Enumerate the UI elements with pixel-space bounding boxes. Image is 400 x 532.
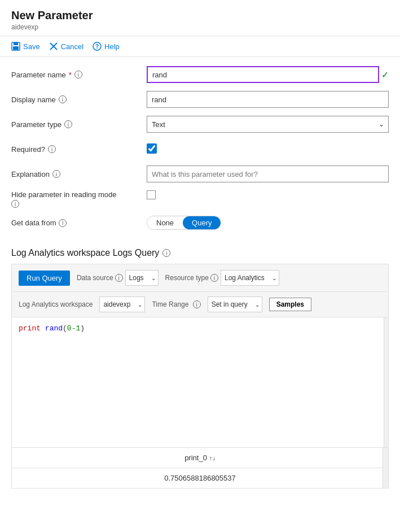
svg-rect-1 xyxy=(14,42,18,45)
results-section: print_0 ↑↓ 0.7506588186805537 xyxy=(12,447,388,488)
query-section-info-icon[interactable]: i xyxy=(162,249,170,257)
required-label: Required? i xyxy=(11,145,147,154)
help-icon: ? xyxy=(93,42,102,51)
required-star: * xyxy=(69,71,72,79)
data-source-info-icon[interactable]: i xyxy=(115,274,123,282)
explanation-row: Explanation i xyxy=(11,165,389,182)
results-value: 0.7506588186805537 xyxy=(12,468,388,488)
query-section-title: Log Analytics workspace Logs Query i xyxy=(0,248,400,258)
page-title: New Parameter xyxy=(11,9,389,22)
required-info-icon[interactable]: i xyxy=(48,145,56,153)
explanation-label: Explanation i xyxy=(11,170,147,178)
save-icon xyxy=(11,42,20,51)
hide-param-label: Hide parameter in reading mode xyxy=(11,190,147,199)
parameter-name-info-icon[interactable]: i xyxy=(74,71,82,79)
none-toggle-button[interactable]: None xyxy=(147,216,183,229)
time-range-info-icon[interactable]: i xyxy=(193,300,201,308)
query-container: Run Query Data source i Logs ⌄ Resource … xyxy=(11,264,389,489)
hide-param-checkbox[interactable] xyxy=(147,190,156,199)
page-subtitle: aidevexp xyxy=(11,23,389,31)
explanation-field-wrapper xyxy=(147,165,389,182)
code-line: print rand(0-1) xyxy=(19,324,381,333)
time-range-select-wrapper: Set in query ⌄ xyxy=(208,296,262,312)
data-source-select[interactable]: Logs xyxy=(125,270,159,286)
results-scrollbar[interactable] xyxy=(383,448,388,488)
resource-type-group: Resource type i Log Analytics ⌄ xyxy=(165,270,279,286)
hide-param-row: Hide parameter in reading mode i xyxy=(11,190,389,208)
samples-button[interactable]: Samples xyxy=(269,298,311,311)
required-checkbox-wrapper xyxy=(147,143,389,155)
cancel-button[interactable]: Cancel xyxy=(49,42,83,51)
resource-type-info-icon[interactable]: i xyxy=(210,274,218,282)
page-header: New Parameter aidevexp xyxy=(0,0,400,36)
get-data-info-icon[interactable]: i xyxy=(59,219,67,227)
code-function: rand xyxy=(45,324,63,333)
valid-checkmark-icon: ✓ xyxy=(381,69,389,80)
parameter-type-select-wrapper: Text ⌄ xyxy=(147,116,389,133)
required-row: Required? i xyxy=(11,141,389,158)
code-keyword: print xyxy=(19,324,41,333)
code-number: 0-1 xyxy=(67,324,80,333)
display-name-input[interactable] xyxy=(147,91,389,108)
workspace-select-wrapper: aidevexp ⌄ xyxy=(99,296,145,312)
parameter-form: Parameter name * i ✓ Display name i Para… xyxy=(0,57,400,248)
workspace-label: Log Analytics workspace xyxy=(19,300,93,308)
get-data-label: Get data from i xyxy=(11,219,147,227)
required-checkbox[interactable] xyxy=(147,143,157,154)
get-data-row: Get data from i None Query xyxy=(11,216,389,230)
parameter-type-select[interactable]: Text xyxy=(147,116,389,133)
query-toggle-button[interactable]: Query xyxy=(183,216,221,229)
toolbar: Save Cancel ? Help xyxy=(0,36,400,57)
display-name-label: Display name i xyxy=(11,95,147,104)
parameter-type-row: Parameter type i Text ⌄ xyxy=(11,116,389,133)
results-header: print_0 ↑↓ xyxy=(12,448,388,468)
cancel-icon xyxy=(49,42,58,51)
resource-type-select[interactable]: Log Analytics xyxy=(221,270,279,286)
results-column-name: print_0 xyxy=(184,453,207,462)
code-editor[interactable]: print rand(0-1) xyxy=(12,317,388,447)
hide-param-label-col: Hide parameter in reading mode i xyxy=(11,190,147,208)
svg-text:?: ? xyxy=(95,43,99,50)
time-range-select[interactable]: Set in query xyxy=(208,296,262,312)
display-name-field-wrapper xyxy=(147,91,389,108)
parameter-name-row: Parameter name * i ✓ xyxy=(11,66,389,83)
workspace-select[interactable]: aidevexp xyxy=(99,296,145,312)
time-range-label: Time Range i xyxy=(152,300,200,309)
help-button[interactable]: ? Help xyxy=(93,42,120,51)
explanation-input[interactable] xyxy=(147,165,389,182)
resource-type-label: Resource type i xyxy=(165,274,218,282)
parameter-name-field-wrapper: ✓ xyxy=(147,66,389,83)
hide-param-info-icon[interactable]: i xyxy=(11,200,19,208)
save-button[interactable]: Save xyxy=(11,42,40,51)
parameter-type-info-icon[interactable]: i xyxy=(64,120,72,128)
display-name-row: Display name i xyxy=(11,91,389,108)
parameter-type-label: Parameter type i xyxy=(11,120,147,129)
workspace-row: Log Analytics workspace aidevexp ⌄ Time … xyxy=(12,292,388,317)
data-source-select-wrapper: Logs ⌄ xyxy=(125,270,159,286)
parameter-name-input[interactable] xyxy=(147,66,379,83)
get-data-toggle-group: None Query xyxy=(147,216,221,230)
query-toolbar: Run Query Data source i Logs ⌄ Resource … xyxy=(12,264,388,292)
display-name-info-icon[interactable]: i xyxy=(59,95,67,103)
parameter-name-label: Parameter name * i xyxy=(11,71,147,79)
hide-param-checkbox-wrapper xyxy=(147,190,389,199)
data-source-group: Data source i Logs ⌄ xyxy=(77,270,159,286)
run-query-button[interactable]: Run Query xyxy=(19,271,70,286)
data-source-label: Data source i xyxy=(77,274,123,282)
resource-type-select-wrapper: Log Analytics ⌄ xyxy=(221,270,279,286)
svg-rect-2 xyxy=(13,46,19,50)
explanation-info-icon[interactable]: i xyxy=(52,170,60,178)
sort-icons[interactable]: ↑↓ xyxy=(209,455,216,461)
editor-scrollbar[interactable] xyxy=(384,317,388,447)
